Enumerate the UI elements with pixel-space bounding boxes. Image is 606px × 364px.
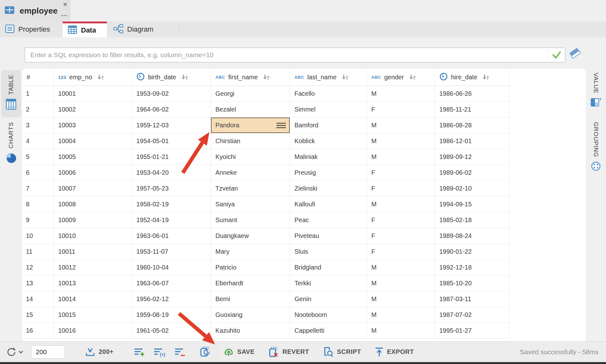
cell-last_name[interactable]: Cappelletti: [290, 323, 367, 339]
cell-emp_no[interactable]: 10016: [54, 323, 132, 339]
export-button[interactable]: EXPORT: [374, 347, 414, 357]
cell-hire_date[interactable]: 1986-06-26: [435, 86, 509, 102]
cell-gender[interactable]: M: [367, 86, 435, 102]
cell-hire_date[interactable]: 1985-10-20: [435, 276, 509, 291]
cell-emp_no[interactable]: 10002: [54, 102, 132, 118]
cell-hire_date[interactable]: 1994-09-15: [435, 197, 509, 212]
cell-emp_no[interactable]: 10007: [54, 181, 132, 197]
cell-birth_date[interactable]: 1953-11-07: [132, 244, 211, 260]
cell-last_name[interactable]: Preusig: [290, 165, 367, 181]
cell-last_name[interactable]: Zielinski: [290, 181, 367, 197]
cell-birth_date[interactable]: 1953-04-20: [132, 165, 211, 181]
row-number[interactable]: 4: [22, 133, 54, 149]
cell-last_name[interactable]: Sluis: [290, 244, 367, 260]
cell-emp_no[interactable]: 10003: [54, 118, 132, 133]
cell-emp_no[interactable]: 10014: [54, 291, 132, 307]
rail-tab-grouping[interactable]: GROUPING: [588, 122, 604, 179]
cell-hire_date[interactable]: 1995-01-27: [435, 323, 509, 339]
cell-emp_no[interactable]: 10012: [54, 260, 132, 276]
cell-hire_date[interactable]: 1985-11-21: [435, 102, 509, 118]
cell-first_name[interactable]: Kazuhito: [211, 323, 290, 339]
cell-gender[interactable]: M: [367, 197, 435, 212]
cell-birth_date[interactable]: 1959-08-19: [132, 307, 211, 323]
cell-emp_no[interactable]: 10006: [54, 165, 132, 181]
cell-first_name[interactable]: Tzvetan: [211, 181, 290, 197]
column-header-first-name[interactable]: ABC first_name: [211, 69, 290, 86]
cell-gender[interactable]: M: [367, 276, 435, 291]
cell-hire_date[interactable]: 1987-07-02: [435, 307, 509, 323]
cell-birth_date[interactable]: 1964-06-02: [132, 102, 211, 118]
row-number[interactable]: 2: [22, 102, 54, 118]
cell-emp_no[interactable]: 10011: [54, 244, 132, 260]
refresh-button[interactable]: [6, 346, 23, 358]
cell-emp_no[interactable]: 10005: [54, 149, 132, 165]
row-number[interactable]: 11: [22, 244, 54, 260]
cell-emp_no[interactable]: 10004: [54, 133, 132, 149]
tab-data[interactable]: Data: [63, 21, 107, 37]
row-number[interactable]: 8: [22, 197, 54, 212]
cell-gender[interactable]: F: [367, 165, 435, 181]
sql-filter-input[interactable]: [25, 51, 548, 59]
cell-emp_no[interactable]: 10008: [54, 197, 132, 212]
sort-icon[interactable]: [263, 74, 270, 81]
cell-gender[interactable]: M: [367, 323, 435, 339]
tab-more-icon[interactable]: …: [61, 11, 68, 17]
clear-filter-button[interactable]: [568, 46, 582, 60]
cell-hire_date[interactable]: 1986-12-01: [435, 133, 509, 149]
cell-birth_date[interactable]: 1958-02-19: [132, 197, 211, 212]
cell-first_name[interactable]: Kyoichi: [211, 149, 290, 165]
cell-first_name[interactable]: Duangkaew: [211, 228, 290, 244]
tab-diagram[interactable]: Diagram: [108, 21, 158, 37]
save-button[interactable]: SAVE: [223, 347, 255, 357]
cell-birth_date[interactable]: 1953-09-02: [132, 86, 211, 102]
cell-gender[interactable]: M: [367, 149, 435, 165]
row-number[interactable]: 15: [22, 307, 54, 323]
cell-hire_date[interactable]: 1986-08-28: [435, 118, 509, 133]
rail-tab-table[interactable]: TABLE: [1, 70, 21, 118]
cell-gender[interactable]: F: [367, 244, 435, 260]
cell-gender[interactable]: M: [367, 118, 435, 133]
cell-first_name[interactable]: Saniya: [211, 197, 290, 212]
sort-icon[interactable]: [342, 74, 349, 81]
cell-birth_date[interactable]: 1959-12-03: [132, 118, 211, 133]
row-number[interactable]: 12: [22, 260, 54, 276]
cell-hire_date[interactable]: 1992-12-18: [435, 260, 509, 276]
add-row-button[interactable]: [134, 347, 145, 357]
cell-first_name[interactable]: Patricio: [211, 260, 290, 276]
sort-icon[interactable]: [97, 74, 105, 81]
cell-first_name[interactable]: Berni: [211, 291, 290, 307]
cell-first_name[interactable]: Mary: [211, 244, 290, 260]
row-number[interactable]: 16: [22, 323, 54, 339]
cell-birth_date[interactable]: 1961-05-02: [132, 323, 211, 339]
delete-row-button[interactable]: [174, 347, 186, 357]
cell-birth_date[interactable]: 1956-02-12: [132, 291, 211, 307]
cell-first_name[interactable]: Chirstian: [211, 133, 290, 149]
column-header-hire-date[interactable]: hire_date: [435, 69, 509, 86]
duplicate-row-button[interactable]: (+): [153, 347, 166, 357]
row-number[interactable]: 9: [22, 212, 54, 228]
cell-last_name[interactable]: Kalloufi: [290, 197, 367, 212]
fetch-size-input[interactable]: [31, 345, 65, 359]
cell-birth_date[interactable]: 1957-05-23: [132, 181, 211, 197]
cell-last_name[interactable]: Koblick: [290, 133, 367, 149]
cell-hire_date[interactable]: 1989-08-24: [435, 228, 509, 244]
column-header-birth-date[interactable]: birth_date: [132, 69, 211, 86]
cell-birth_date[interactable]: 1960-10-04: [132, 260, 211, 276]
cell-birth_date[interactable]: 1952-04-19: [132, 212, 211, 228]
cell-birth_date[interactable]: 1963-06-07: [132, 276, 211, 291]
cell-gender[interactable]: F: [367, 212, 435, 228]
cell-gender[interactable]: M: [367, 260, 435, 276]
cell-last_name[interactable]: Nooteboom: [290, 307, 367, 323]
cell-first_name[interactable]: Guoxiang: [211, 307, 290, 323]
cell-last_name[interactable]: Facello: [290, 86, 367, 102]
column-header-emp-no[interactable]: 123 emp_no: [54, 69, 132, 86]
cell-last_name[interactable]: Piveteau: [290, 228, 367, 244]
column-header-rownum[interactable]: #: [22, 69, 54, 86]
sort-icon[interactable]: [181, 74, 189, 81]
tab-properties[interactable]: Properties: [0, 21, 55, 37]
cell-hire_date[interactable]: 1989-09-12: [435, 149, 509, 165]
cell-first_name[interactable]: Pandora: [211, 118, 290, 133]
apply-filter-button[interactable]: [548, 48, 565, 62]
row-number[interactable]: 3: [22, 118, 54, 133]
cell-hire_date[interactable]: 1989-02-10: [435, 181, 509, 197]
